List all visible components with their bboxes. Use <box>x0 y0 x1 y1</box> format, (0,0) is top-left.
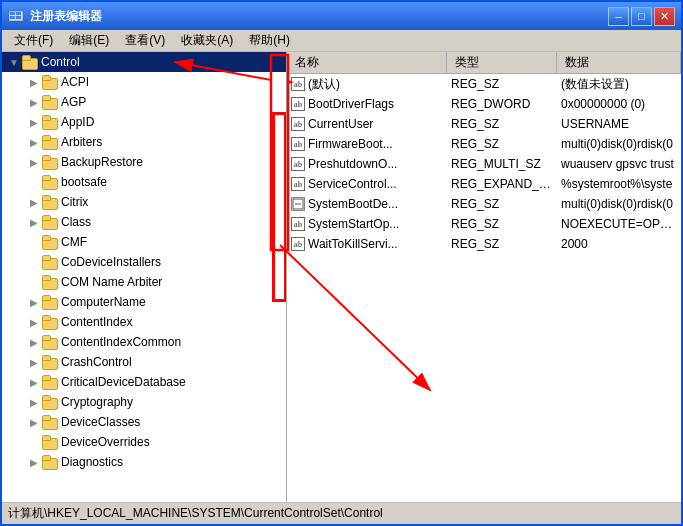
table-row[interactable]: SystemBootDe... REG_SZ multi(0)disk(0)rd… <box>287 194 681 214</box>
tree-item-appid[interactable]: ▶ AppID <box>2 112 286 132</box>
tree-label-bootsafe: bootsafe <box>61 175 107 189</box>
folder-icon-crashcontrol <box>42 355 58 369</box>
folder-icon-criticaldevicedatabase <box>42 375 58 389</box>
tree-item-cmf[interactable]: CMF <box>2 232 286 252</box>
title-bar: 注册表编辑器 – □ ✕ <box>2 2 681 30</box>
col-header-data[interactable]: 数据 <box>557 52 681 73</box>
svg-rect-2 <box>16 12 21 15</box>
folder-icon-codeviceinstallers <box>42 255 58 269</box>
tree-item-codeviceinstallers[interactable]: CoDeviceInstallers <box>2 252 286 272</box>
tree-item-cryptography[interactable]: ▶ Cryptography <box>2 392 286 412</box>
tree-label-acpi: ACPI <box>61 75 89 89</box>
menu-favorites[interactable]: 收藏夹(A) <box>173 30 241 51</box>
expand-icon-deviceoverrides <box>26 434 42 450</box>
expand-icon-diagnostics: ▶ <box>26 454 42 470</box>
values-scroll[interactable]: ab (默认) REG_SZ (数值未设置) ab BootDriverFlag… <box>287 74 681 502</box>
col-header-name[interactable]: 名称 <box>287 52 447 73</box>
tree-label-agp: AGP <box>61 95 86 109</box>
title-icon <box>8 8 24 24</box>
tree-scroll[interactable]: ▼ Control ▶ ACPI ▶ AGP ▶ <box>2 52 286 502</box>
menu-help[interactable]: 帮助(H) <box>241 30 298 51</box>
table-row[interactable]: ab BootDriverFlags REG_DWORD 0x00000000 … <box>287 94 681 114</box>
reg-type-icon-4: ab <box>291 157 305 171</box>
tree-item-deviceclasses[interactable]: ▶ DeviceClasses <box>2 412 286 432</box>
main-content: ▼ Control ▶ ACPI ▶ AGP ▶ <box>2 52 681 502</box>
folder-icon-control <box>22 55 38 69</box>
tree-item-crashcontrol[interactable]: ▶ CrashControl <box>2 352 286 372</box>
table-row[interactable]: ab WaitToKillServi... REG_SZ 2000 <box>287 234 681 254</box>
cell-type-0: REG_SZ <box>447 77 557 91</box>
menu-file[interactable]: 文件(F) <box>6 30 61 51</box>
cell-data-4: wuauserv gpsvc trust <box>557 157 681 171</box>
cell-type-1: REG_DWORD <box>447 97 557 111</box>
table-row[interactable]: ab FirmwareBoot... REG_SZ multi(0)disk(0… <box>287 134 681 154</box>
tree-item-diagnostics[interactable]: ▶ Diagnostics <box>2 452 286 472</box>
tree-item-criticaldevicedatabase[interactable]: ▶ CriticalDeviceDatabase <box>2 372 286 392</box>
expand-icon-computername: ▶ <box>26 294 42 310</box>
tree-label-appid: AppID <box>61 115 94 129</box>
folder-icon-contentindex <box>42 315 58 329</box>
tree-item-acpi[interactable]: ▶ ACPI <box>2 72 286 92</box>
expand-icon-appid: ▶ <box>26 114 42 130</box>
minimize-button[interactable]: – <box>608 7 629 26</box>
expand-icon-contentindexcommon: ▶ <box>26 334 42 350</box>
tree-label-cryptography: Cryptography <box>61 395 133 409</box>
expand-icon-comnamearbiter <box>26 274 42 290</box>
tree-item-computername[interactable]: ▶ ComputerName <box>2 292 286 312</box>
tree-item-comnamearbiter[interactable]: COM Name Arbiter <box>2 272 286 292</box>
menu-view[interactable]: 查看(V) <box>117 30 173 51</box>
folder-icon-appid <box>42 115 58 129</box>
expand-icon-class: ▶ <box>26 214 42 230</box>
cell-type-7: REG_SZ <box>447 217 557 231</box>
window-controls: – □ ✕ <box>608 7 675 26</box>
svg-rect-4 <box>16 16 21 19</box>
folder-icon-backuprestore <box>42 155 58 169</box>
tree-item-contentindexcommon[interactable]: ▶ ContentIndexCommon <box>2 332 286 352</box>
tree-label-backuprestore: BackupRestore <box>61 155 143 169</box>
maximize-button[interactable]: □ <box>631 7 652 26</box>
svg-rect-3 <box>10 16 15 19</box>
title-text: 注册表编辑器 <box>30 8 602 25</box>
cell-name-4: ab PreshutdownO... <box>287 157 447 171</box>
table-row[interactable]: ab (默认) REG_SZ (数值未设置) <box>287 74 681 94</box>
values-header: 名称 类型 数据 <box>287 52 681 74</box>
cell-name-6: SystemBootDe... <box>287 197 447 211</box>
table-row[interactable]: ab PreshutdownO... REG_MULTI_SZ wuauserv… <box>287 154 681 174</box>
reg-type-icon-6 <box>291 197 305 211</box>
reg-type-icon-5: ab <box>291 177 305 191</box>
cell-name-8: ab WaitToKillServi... <box>287 237 447 251</box>
expand-icon-agp: ▶ <box>26 94 42 110</box>
tree-label-comnamearbiter: COM Name Arbiter <box>61 275 162 289</box>
table-row[interactable]: ab CurrentUser REG_SZ USERNAME <box>287 114 681 134</box>
tree-label-deviceclasses: DeviceClasses <box>61 415 140 429</box>
tree-item-contentindex[interactable]: ▶ ContentIndex <box>2 312 286 332</box>
tree-item-citrix[interactable]: ▶ Citrix <box>2 192 286 212</box>
values-panel: 名称 类型 数据 ab (默认) REG_SZ (数值未设置) ab <box>287 52 681 502</box>
menu-edit[interactable]: 编辑(E) <box>61 30 117 51</box>
folder-icon-bootsafe <box>42 175 58 189</box>
tree-label-criticaldevicedatabase: CriticalDeviceDatabase <box>61 375 186 389</box>
reg-type-icon-8: ab <box>291 237 305 251</box>
cell-data-3: multi(0)disk(0)rdisk(0 <box>557 137 681 151</box>
col-header-type[interactable]: 类型 <box>447 52 557 73</box>
close-button[interactable]: ✕ <box>654 7 675 26</box>
cell-data-5: %systemroot%\syste <box>557 177 681 191</box>
tree-item-backuprestore[interactable]: ▶ BackupRestore <box>2 152 286 172</box>
tree-item-bootsafe[interactable]: bootsafe <box>2 172 286 192</box>
cell-data-6: multi(0)disk(0)rdisk(0 <box>557 197 681 211</box>
cell-name-2: ab CurrentUser <box>287 117 447 131</box>
folder-icon-acpi <box>42 75 58 89</box>
tree-label-computername: ComputerName <box>61 295 146 309</box>
folder-icon-comnamearbiter <box>42 275 58 289</box>
tree-item-class[interactable]: ▶ Class <box>2 212 286 232</box>
folder-icon-agp <box>42 95 58 109</box>
tree-item-arbiters[interactable]: ▶ Arbiters <box>2 132 286 152</box>
tree-item-deviceoverrides[interactable]: DeviceOverrides <box>2 432 286 452</box>
tree-item-agp[interactable]: ▶ AGP <box>2 92 286 112</box>
table-row[interactable]: ab ServiceControl... REG_EXPAND_SZ %syst… <box>287 174 681 194</box>
reg-type-icon-2: ab <box>291 117 305 131</box>
cell-data-2: USERNAME <box>557 117 681 131</box>
table-row[interactable]: ab SystemStartOp... REG_SZ NOEXECUTE=OPT… <box>287 214 681 234</box>
tree-item-control[interactable]: ▼ Control <box>2 52 286 72</box>
reg-type-icon-3: ab <box>291 137 305 151</box>
